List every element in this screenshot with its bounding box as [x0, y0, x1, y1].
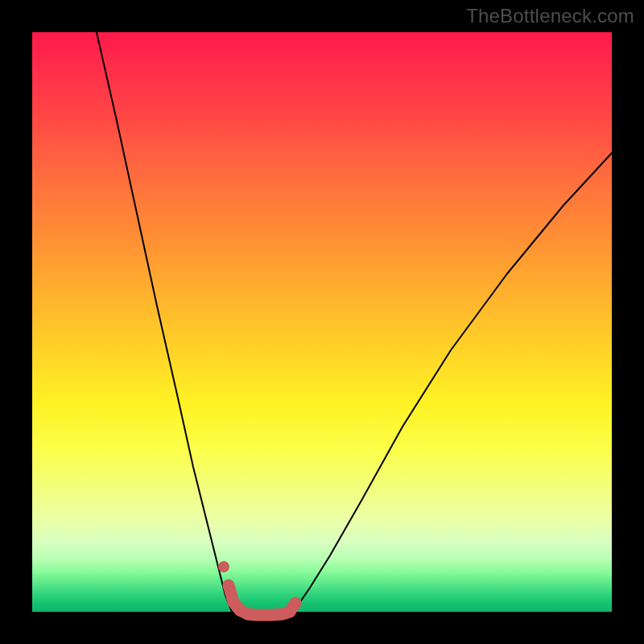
- series-right-curve: [290, 153, 612, 615]
- series-marker-cluster: [229, 585, 295, 615]
- series-left-curve: [97, 32, 242, 615]
- curves-svg: [32, 32, 612, 612]
- series-marker-dot: [218, 561, 229, 572]
- chart-frame: TheBottleneck.com: [0, 0, 644, 644]
- watermark-text: TheBottleneck.com: [466, 5, 634, 27]
- plot-area: [32, 32, 612, 612]
